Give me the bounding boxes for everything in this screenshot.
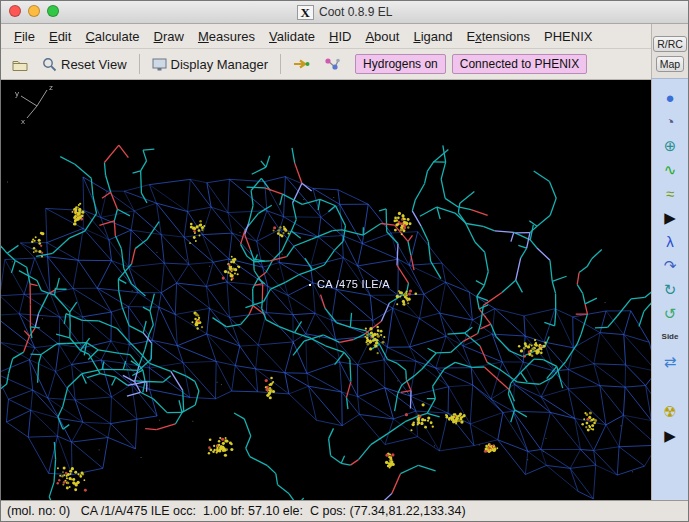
status-bar: (mol. no: 0) CA /1/A/475 ILE occ: 1.00 b… xyxy=(1,500,688,521)
minimize-button[interactable] xyxy=(28,5,40,17)
atom-icon xyxy=(324,57,340,71)
map-button[interactable]: Map xyxy=(656,56,684,72)
hydrogens-toggle-badge[interactable]: Hydrogens on xyxy=(355,54,446,74)
window-controls xyxy=(9,5,59,17)
menu-calculate[interactable]: Calculate xyxy=(78,27,146,46)
x11-icon: X xyxy=(297,5,314,20)
regularize-icon[interactable]: ≈ xyxy=(657,181,683,205)
window-title-text: Coot 0.8.9 EL xyxy=(319,5,392,19)
menu-extensions[interactable]: Extensions xyxy=(459,27,537,46)
title-bar: X Coot 0.8.9 EL xyxy=(1,1,688,24)
menu-edit[interactable]: Edit xyxy=(42,27,78,46)
atom-label: CA /475 ILE/A xyxy=(317,278,390,290)
folder-icon xyxy=(12,58,28,71)
phenix-connection-badge[interactable]: Connected to PHENIX xyxy=(452,54,587,74)
menu-draw[interactable]: Draw xyxy=(147,27,191,46)
menu-about[interactable]: About xyxy=(358,27,406,46)
menu-measures[interactable]: Measures xyxy=(191,27,262,46)
rrc-button[interactable]: R/RC xyxy=(653,36,687,52)
go-to-atom-button[interactable] xyxy=(288,56,315,72)
modelling-toolbar: ● ◔ ⊕ ∿ ≈ ▶ λ ↷ ↻ ↺ Side ⇄ ☢ ▶ xyxy=(652,78,688,500)
display-manager-icon xyxy=(152,58,167,71)
blue-sphere-icon[interactable]: ● xyxy=(657,85,683,109)
swap-conformer-icon[interactable]: ⇄ xyxy=(657,349,683,373)
flip-peptide-icon[interactable]: ↺ xyxy=(657,301,683,325)
display-manager-label: Display Manager xyxy=(171,57,269,72)
status-badges: Hydrogens on Connected to PHENIX xyxy=(355,54,587,74)
dotted-circle-icon[interactable]: ◔ xyxy=(657,109,683,133)
main-toolbar: Reset View Display Manager xyxy=(1,49,651,80)
rotate-translate-icon[interactable]: ↻ xyxy=(657,277,683,301)
coot-window: X Coot 0.8.9 EL File Edit Calculate Draw… xyxy=(0,0,689,522)
toolbar-separator xyxy=(280,54,281,74)
menu-hid[interactable]: HID xyxy=(322,27,358,46)
move-molecule-icon[interactable]: ⊕ xyxy=(657,133,683,157)
real-space-refine-icon[interactable]: ∿ xyxy=(657,157,683,181)
menu-file[interactable]: File xyxy=(7,27,42,46)
menu-ligand[interactable]: Ligand xyxy=(406,27,459,46)
open-coordinates-button[interactable] xyxy=(7,56,33,73)
3d-scene-canvas[interactable] xyxy=(1,80,651,500)
more-tools-icon[interactable]: ▶ xyxy=(657,423,683,447)
graphics-viewport: CA /475 ILE/A xyxy=(1,80,651,500)
expand-tools-icon[interactable]: ▶ xyxy=(657,205,683,229)
menu-phenix[interactable]: PHENIX xyxy=(537,27,599,46)
right-panel: R/RC Map ● ◔ ⊕ ∿ ≈ ▶ λ ↷ ↻ ↺ Side ⇄ ☢ ▶ xyxy=(651,24,688,500)
toolbar-separator xyxy=(139,54,140,74)
menu-bar: File Edit Calculate Draw Measures Valida… xyxy=(1,24,651,49)
magnifier-icon xyxy=(42,57,57,72)
reset-view-button[interactable]: Reset View xyxy=(37,55,132,74)
chi-angles-icon[interactable]: λ xyxy=(657,229,683,253)
arrow-icon xyxy=(293,58,310,70)
side-chain-flip-icon[interactable]: Side xyxy=(657,325,683,349)
reset-view-label: Reset View xyxy=(61,57,127,72)
close-button[interactable] xyxy=(9,5,21,17)
go-to-residue-button[interactable] xyxy=(319,55,345,73)
status-text: (mol. no: 0) CA /1/A/475 ILE occ: 1.00 b… xyxy=(7,504,466,518)
menu-validate[interactable]: Validate xyxy=(262,27,322,46)
zoom-button[interactable] xyxy=(47,5,59,17)
torsion-icon[interactable]: ↷ xyxy=(657,253,683,277)
display-manager-button[interactable]: Display Manager xyxy=(147,55,274,74)
window-title: X Coot 0.8.9 EL xyxy=(297,5,393,20)
rotamer-dots-icon[interactable]: ☢ xyxy=(657,399,683,423)
